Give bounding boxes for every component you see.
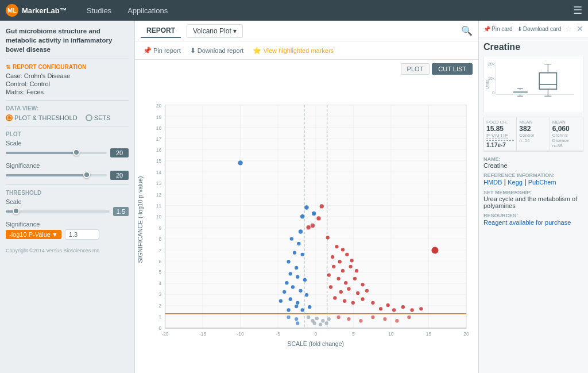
copyright: Copyright ©2014 Versus Biosciences Inc. <box>6 242 129 253</box>
data-view-options: PLOT & THRESHOLD SETS <box>6 114 129 121</box>
svg-point-100 <box>355 269 358 272</box>
svg-point-127 <box>315 317 319 320</box>
search-button[interactable]: 🔍 <box>461 25 473 36</box>
svg-text:9: 9 <box>158 225 161 231</box>
plot-significance-label: Significance <box>6 162 129 169</box>
svg-point-115 <box>308 305 311 309</box>
threshold-scale-label: Scale <box>6 198 129 205</box>
hmdb-link[interactable]: HMDB <box>483 179 502 186</box>
svg-text:0: 0 <box>314 331 317 337</box>
threshold-sig-row: -log10 P-Value ▼ <box>6 229 129 240</box>
tab-report[interactable]: REPORT <box>141 24 181 38</box>
svg-point-83 <box>291 285 295 289</box>
case-row: Case: Crohn's Disease <box>6 72 129 79</box>
nav-studies[interactable]: Studies <box>79 0 119 21</box>
svg-point-85 <box>305 293 308 297</box>
threshold-sig-label: Significance <box>6 221 129 228</box>
svg-point-117 <box>295 305 298 308</box>
svg-point-92 <box>341 248 345 251</box>
download-card-button[interactable]: ⬇ Download card <box>517 26 562 32</box>
svg-text:2: 2 <box>158 303 161 309</box>
pubchem-link[interactable]: PubChem <box>528 179 556 186</box>
plot-toolbar: PLOT CUT LIST <box>135 60 478 78</box>
nav-applications[interactable]: Applications <box>119 0 176 21</box>
pin-report-link[interactable]: 📌 Pin report <box>143 47 181 55</box>
svg-point-70 <box>300 214 304 218</box>
svg-point-80 <box>296 275 299 279</box>
close-card-button[interactable]: ✕ <box>577 24 583 33</box>
resources-section: RESOURCES: Reagent available for purchas… <box>483 213 583 226</box>
svg-point-68 <box>238 160 242 165</box>
svg-text:-10: -10 <box>237 331 244 337</box>
kegg-link[interactable]: Kegg <box>508 179 523 186</box>
svg-text:Units: Units <box>485 79 490 89</box>
radio-plot-threshold[interactable]: PLOT & THRESHOLD <box>6 114 78 121</box>
svg-point-73 <box>290 237 293 240</box>
svg-point-105 <box>361 283 364 286</box>
svg-point-137 <box>296 321 299 325</box>
svg-point-121 <box>386 303 389 307</box>
svg-text:SIGNIFICANCE (-log10 p-value): SIGNIFICANCE (-log10 p-value) <box>137 176 144 263</box>
download-report-link[interactable]: ⬇ Download report <box>190 47 244 55</box>
svg-point-122 <box>392 308 396 312</box>
svg-point-104 <box>353 277 357 280</box>
svg-point-136 <box>295 317 298 321</box>
svg-text:17: 17 <box>156 136 162 142</box>
svg-text:SCALE (fold change): SCALE (fold change) <box>287 341 344 347</box>
svg-text:8: 8 <box>158 236 161 242</box>
cut-list-button[interactable]: CUT LIST <box>432 63 473 75</box>
svg-point-138 <box>336 316 340 319</box>
svg-point-81 <box>303 278 307 282</box>
svg-text:18: 18 <box>156 125 162 131</box>
svg-point-119 <box>371 301 374 305</box>
logo-icon: ML <box>6 4 18 17</box>
svg-text:11: 11 <box>156 203 162 209</box>
set-membership-section: SET MEMBERSHIP: Urea cycle and the metab… <box>483 190 583 209</box>
sig-value-input[interactable] <box>65 229 99 240</box>
fold-change-cell: FOLD CH. 15.85 P-VALUE 1.17e-7 <box>484 117 517 151</box>
svg-point-124 <box>410 308 413 312</box>
threshold-scale-slider-row: 1.5 <box>6 207 129 216</box>
top-navigation: ML MarkerLab™ Studies Applications ☰ <box>0 0 588 21</box>
matrix-row: Matrix: Feces <box>6 89 129 95</box>
menu-icon[interactable]: ☰ <box>573 4 582 17</box>
svg-text:7: 7 <box>158 248 161 253</box>
tab-volcano-plot[interactable]: Volcano Plot ▾ <box>187 24 243 38</box>
svg-point-103 <box>344 281 347 284</box>
reference-section: REFERENCE INFORMATION: HMDB | Kegg | Pub… <box>483 172 583 186</box>
sig-type-dropdown[interactable]: -log10 P-Value ▼ <box>6 230 61 239</box>
svg-point-87 <box>289 297 292 301</box>
svg-point-91 <box>335 245 338 248</box>
plot-section-header: PLOT <box>6 131 129 137</box>
main-layout: Gut microbiome structure and metabolic a… <box>0 21 588 373</box>
stats-grid: FOLD CH. 15.85 P-VALUE 1.17e-7 MEAN 382 … <box>483 117 583 152</box>
resources-link[interactable]: Reagent available for purchase <box>483 219 571 226</box>
threshold-scale-track[interactable] <box>6 210 110 213</box>
plot-scale-track[interactable] <box>6 152 107 154</box>
svg-point-144 <box>407 316 411 319</box>
svg-point-125 <box>419 307 423 310</box>
plot-button[interactable]: PLOT <box>401 63 430 75</box>
svg-text:20: 20 <box>463 331 469 337</box>
svg-point-95 <box>345 253 349 256</box>
svg-rect-158 <box>539 73 556 89</box>
mean-control-cell: MEAN 382 Control n=54 <box>517 117 550 151</box>
pin-card-icon: 📌 <box>483 26 490 32</box>
svg-point-142 <box>383 317 386 321</box>
svg-point-120 <box>379 307 382 310</box>
svg-text:12: 12 <box>156 192 162 198</box>
plot-sig-track[interactable] <box>6 174 107 176</box>
app-logo: ML MarkerLab™ <box>6 4 67 17</box>
svg-point-118 <box>287 308 290 312</box>
svg-point-77 <box>301 253 304 256</box>
view-markers-link[interactable]: ⭐ View highlighted markers <box>253 47 334 55</box>
svg-point-112 <box>343 299 346 302</box>
pin-card-button[interactable]: 📌 Pin card <box>483 26 513 32</box>
radio-sets[interactable]: SETS <box>86 114 111 121</box>
svg-point-101 <box>327 273 331 276</box>
star-card-button[interactable]: ☆ <box>565 24 572 33</box>
volcano-plot-svg: 20 19 18 17 16 15 14 13 12 11 10 9 8 7 6… <box>135 78 478 373</box>
plot-significance-slider-row: 20 <box>6 171 129 180</box>
svg-point-75 <box>293 251 296 255</box>
svg-text:15: 15 <box>426 331 432 337</box>
